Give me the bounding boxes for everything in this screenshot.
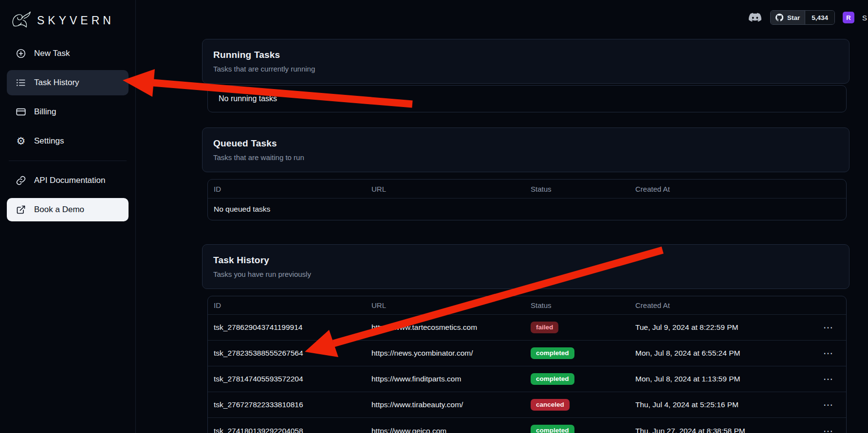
column-header: Created At [635,301,815,309]
column-header: ID [214,301,371,309]
task-created-at: Mon, Jul 8, 2024 at 1:13:59 PM [635,375,815,383]
sidebar-item-label: API Documentation [34,176,105,185]
sidebar-item-settings[interactable]: ⚙ Settings [7,128,129,154]
credit-card-icon [15,106,27,118]
status-badge: completed [531,425,574,433]
section-title: Queued Tasks [213,138,838,149]
running-tasks-section: Running Tasks Tasks that are currently r… [202,39,850,112]
topbar: Star 5,434 R S [748,10,867,25]
task-id: tsk_278235388555267564 [214,349,371,358]
table-row[interactable]: tsk_276727822333810816 https://www.tirab… [208,392,846,418]
sidebar-item-label: New Task [34,49,70,58]
sidebar-item-api-documentation[interactable]: API Documentation [7,168,129,193]
book-demo-button[interactable]: Book a Demo [7,198,129,221]
sidebar-nav: New Task Task History Billing ⚙ Settings [7,41,129,154]
sidebar-item-label: Task History [34,78,79,88]
task-history-table: ID URL Status Created At tsk_27862904374… [207,296,847,433]
queued-tasks-header: Queued Tasks Tasks that are waiting to r… [202,127,850,172]
row-actions-button[interactable]: ⋯ [818,397,838,412]
running-tasks-empty: No running tasks [207,85,847,112]
section-title: Running Tasks [213,50,838,60]
sidebar-item-new-task[interactable]: New Task [7,41,129,66]
queued-tasks-table: ID URL Status Created At No queued tasks [207,179,847,220]
column-header: URL [371,301,531,309]
avatar[interactable]: R [843,12,854,23]
column-header: URL [371,185,531,193]
github-star-count: 5,434 [805,11,834,24]
task-created-at: Thu, Jul 4, 2024 at 5:25:16 PM [635,400,815,409]
row-actions-button[interactable]: ⋯ [818,372,838,386]
row-actions-button[interactable]: ⋯ [818,424,838,433]
queued-tasks-section: Queued Tasks Tasks that are waiting to r… [202,127,850,220]
status-badge: completed [531,347,574,359]
column-header: ID [214,185,371,193]
sidebar-item-label: Billing [34,107,56,117]
task-id: tsk_278147405593572204 [214,375,371,383]
brand-name: SKYVERN [37,14,114,27]
task-created-at: Mon, Jul 8, 2024 at 6:55:24 PM [635,349,815,358]
task-id: tsk_276727822333810816 [214,400,371,409]
table-row[interactable]: tsk_278147405593572204 https://www.findi… [208,366,846,392]
table-row[interactable]: tsk_274180139292204058 https://www.geico… [208,418,846,433]
status-badge: completed [531,373,574,385]
book-demo-label: Book a Demo [34,205,84,215]
status-badge: canceled [531,399,570,411]
table-header-row: ID URL Status Created At [208,296,846,315]
row-actions-button[interactable]: ⋯ [818,346,838,361]
table-row[interactable]: tsk_278235388555267564 https://news.ycom… [208,341,846,366]
running-tasks-header: Running Tasks Tasks that are currently r… [202,39,850,84]
row-actions-button[interactable]: ⋯ [818,320,838,335]
sidebar-divider [9,161,127,161]
task-url: https://www.geico.com [371,427,531,433]
table-row[interactable]: tsk_278629043741199914 https://www.tarte… [208,315,846,341]
column-header: Status [531,185,635,193]
sidebar-item-billing[interactable]: Billing [7,99,129,125]
task-id: tsk_278629043741199914 [214,323,371,332]
task-url: https://www.tartecosmetics.com [371,323,531,332]
skyvern-logo: SKYVERN [10,8,129,33]
link-icon [15,175,27,186]
list-icon [15,77,27,89]
column-header: Status [531,301,635,309]
table-header-row: ID URL Status Created At [208,180,846,198]
task-url: https://www.finditparts.com [371,375,531,383]
main-content: Running Tasks Tasks that are currently r… [136,0,868,433]
section-subtitle: Tasks that are currently running [213,65,838,73]
sidebar-item-task-history[interactable]: Task History [7,70,129,95]
section-subtitle: Tasks that are waiting to run [213,153,838,162]
skyvern-dragon-icon [10,9,32,32]
discord-icon[interactable] [748,12,762,23]
task-url: https://www.tirabeauty.com/ [371,400,531,409]
task-created-at: Tue, Jul 9, 2024 at 8:22:59 PM [635,323,815,332]
external-link-icon [15,204,27,216]
task-url: https://news.ycombinator.com/ [371,349,531,358]
task-created-at: Thu, Jun 27, 2024 at 8:38:58 PM [635,427,815,433]
section-subtitle: Tasks you have run previously [213,270,838,278]
status-badge: failed [531,322,558,333]
github-icon [776,14,784,22]
column-header: Created At [635,185,815,193]
task-id: tsk_274180139292204058 [214,427,371,433]
queued-tasks-empty: No queued tasks [208,198,846,220]
github-star-widget[interactable]: Star 5,434 [770,10,835,25]
sidebar: SKYVERN New Task Task History [0,0,136,433]
task-history-section: Task History Tasks you have run previous… [202,244,850,433]
sidebar-item-label: Settings [34,136,64,146]
task-history-header: Task History Tasks you have run previous… [202,244,850,289]
section-title: Task History [213,255,838,266]
plus-circle-icon [15,48,27,59]
gear-icon: ⚙ [15,135,27,147]
github-star-label: Star [787,14,800,21]
user-name: S [862,14,867,22]
